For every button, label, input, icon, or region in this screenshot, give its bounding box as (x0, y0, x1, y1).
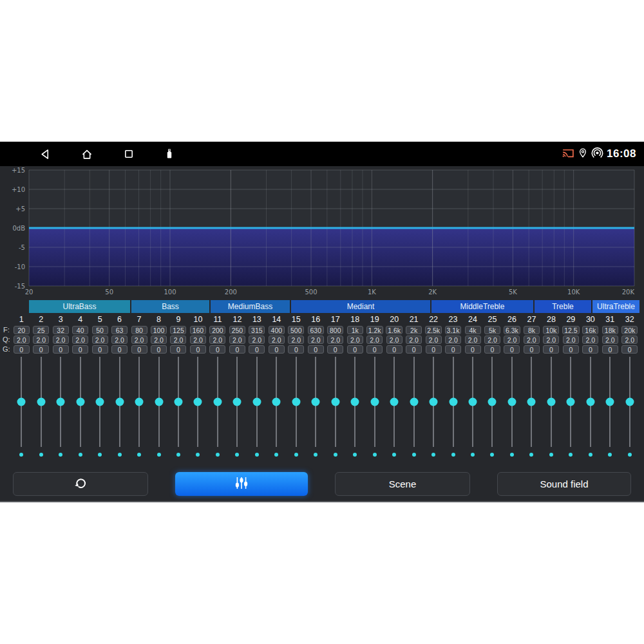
gain-chip[interactable]: 0 (347, 345, 363, 354)
freq-chip[interactable]: 500 (288, 326, 304, 334)
q-chip[interactable]: 2.0 (131, 336, 147, 344)
slider-knob[interactable] (331, 398, 339, 406)
freq-chip[interactable]: 80 (131, 326, 147, 334)
gain-chip[interactable]: 0 (504, 345, 520, 354)
freq-chip[interactable]: 40 (72, 326, 88, 334)
q-chip[interactable]: 2.0 (288, 336, 304, 344)
eq-slider[interactable] (443, 357, 462, 447)
gain-chip[interactable]: 0 (602, 345, 618, 354)
eq-slider[interactable] (542, 357, 561, 447)
slider-knob[interactable] (430, 398, 438, 406)
recents-icon[interactable] (123, 148, 135, 160)
slider-knob[interactable] (507, 398, 516, 406)
freq-chip[interactable]: 315 (249, 326, 265, 334)
gain-chip[interactable]: 0 (543, 345, 559, 354)
gain-chip[interactable]: 0 (151, 345, 167, 354)
band-segment-mediant[interactable]: Mediant (291, 300, 430, 313)
gain-chip[interactable]: 0 (582, 345, 598, 354)
q-chip[interactable]: 2.0 (33, 336, 49, 344)
freq-chip[interactable]: 630 (308, 326, 324, 334)
q-chip[interactable]: 2.0 (72, 336, 88, 344)
q-chip[interactable]: 2.0 (621, 336, 638, 344)
gain-chip[interactable]: 0 (445, 345, 461, 354)
freq-chip[interactable]: 18k (602, 326, 618, 334)
slider-knob[interactable] (449, 398, 457, 406)
eq-slider[interactable] (620, 357, 639, 447)
eq-slider[interactable] (424, 357, 443, 447)
slider-knob[interactable] (606, 398, 614, 406)
q-chip[interactable]: 2.0 (563, 336, 579, 344)
gain-chip[interactable]: 0 (327, 345, 343, 354)
home-icon[interactable] (80, 148, 93, 160)
q-chip[interactable]: 2.0 (269, 336, 285, 344)
slider-knob[interactable] (586, 398, 594, 406)
slider-knob[interactable] (547, 398, 555, 406)
q-chip[interactable]: 2.0 (386, 336, 402, 344)
slider-knob[interactable] (625, 398, 634, 406)
q-chip[interactable]: 2.0 (504, 336, 520, 344)
band-segment-ultratreble[interactable]: UltraTreble (592, 300, 639, 313)
gain-chip[interactable]: 0 (269, 345, 285, 354)
slider-knob[interactable] (410, 398, 418, 406)
gain-chip[interactable]: 0 (14, 345, 30, 354)
eq-slider[interactable] (247, 357, 267, 447)
slider-knob[interactable] (233, 398, 242, 406)
q-chip[interactable]: 2.0 (170, 336, 186, 344)
gain-chip[interactable]: 0 (229, 345, 245, 354)
q-chip[interactable]: 2.0 (209, 336, 225, 344)
q-chip[interactable]: 2.0 (53, 336, 69, 344)
eq-slider[interactable] (129, 357, 149, 447)
gain-chip[interactable]: 0 (33, 345, 49, 354)
sound-field-button[interactable]: Sound field (497, 472, 631, 496)
q-chip[interactable]: 2.0 (308, 336, 324, 344)
gain-chip[interactable]: 0 (524, 345, 540, 354)
gain-chip[interactable]: 0 (465, 345, 481, 354)
q-chip[interactable]: 2.0 (14, 336, 30, 344)
freq-chip[interactable]: 8k (524, 326, 540, 334)
freq-chip[interactable]: 800 (327, 326, 343, 334)
eq-slider[interactable] (404, 357, 423, 447)
gain-chip[interactable]: 0 (406, 345, 422, 354)
q-chip[interactable]: 2.0 (406, 336, 422, 344)
gain-chip[interactable]: 0 (386, 345, 402, 354)
freq-chip[interactable]: 32 (53, 326, 69, 334)
gain-chip[interactable]: 0 (563, 345, 579, 354)
q-chip[interactable]: 2.0 (445, 336, 461, 344)
freq-chip[interactable]: 1k (347, 326, 363, 334)
freq-chip[interactable]: 12.5 (562, 326, 579, 334)
q-chip[interactable]: 2.0 (543, 336, 559, 344)
freq-chip[interactable]: 400 (269, 326, 285, 334)
slider-knob[interactable] (469, 398, 477, 406)
gain-chip[interactable]: 0 (366, 345, 383, 354)
freq-chip[interactable]: 200 (209, 326, 225, 334)
q-chip[interactable]: 2.0 (249, 336, 265, 344)
freq-chip[interactable]: 5k (484, 326, 500, 334)
band-segment-middletreble[interactable]: MiddleTreble (431, 300, 533, 313)
freq-chip[interactable]: 160 (190, 326, 206, 334)
band-segment-mediumbass[interactable]: MediumBass (211, 300, 290, 313)
q-chip[interactable]: 2.0 (465, 336, 481, 344)
slider-knob[interactable] (527, 398, 536, 406)
eq-slider[interactable] (208, 357, 227, 447)
eq-slider[interactable] (169, 357, 188, 447)
freq-chip[interactable]: 125 (170, 326, 186, 334)
gain-chip[interactable]: 0 (426, 345, 442, 354)
band-segment-treble[interactable]: Treble (535, 300, 591, 313)
slider-knob[interactable] (567, 398, 575, 406)
eq-slider[interactable] (345, 357, 365, 447)
eq-slider[interactable] (463, 357, 482, 447)
gain-chip[interactable]: 0 (288, 345, 304, 354)
freq-chip[interactable]: 20 (14, 326, 30, 334)
slider-knob[interactable] (488, 398, 497, 406)
eq-slider[interactable] (31, 357, 50, 447)
band-segment-ultrabass[interactable]: UltraBass (29, 300, 130, 313)
band-segment-bass[interactable]: Bass (131, 300, 209, 313)
eq-slider[interactable] (70, 357, 90, 447)
q-chip[interactable]: 2.0 (151, 336, 167, 344)
freq-chip[interactable]: 2.5k (425, 326, 442, 334)
gain-chip[interactable]: 0 (131, 345, 147, 354)
q-chip[interactable]: 2.0 (229, 336, 245, 344)
gain-chip[interactable]: 0 (484, 345, 500, 354)
q-chip[interactable]: 2.0 (190, 336, 206, 344)
freq-chip[interactable]: 16k (582, 326, 598, 334)
